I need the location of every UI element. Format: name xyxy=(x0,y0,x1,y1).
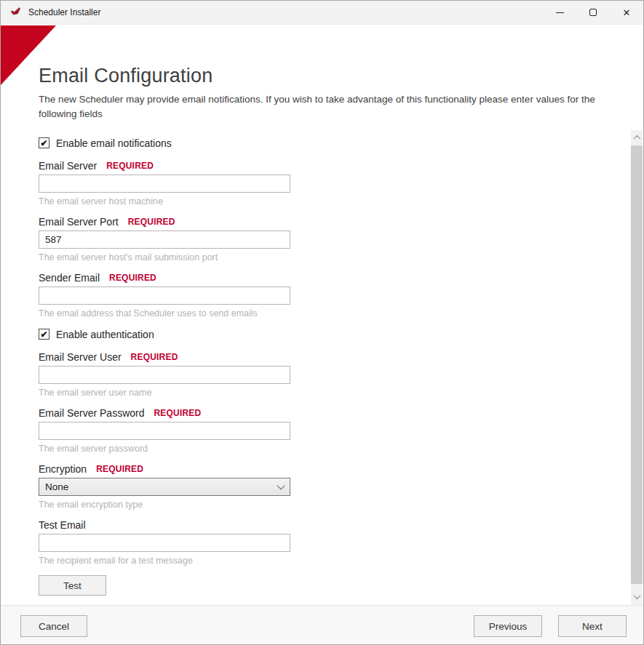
email-server-port-group: Email Server Port REQUIRED The email ser… xyxy=(39,215,631,263)
email-server-password-label: Email Server Password xyxy=(39,407,145,419)
sender-email-group: Sender Email REQUIRED The email address … xyxy=(39,271,631,319)
email-server-port-required-badge: REQUIRED xyxy=(128,217,175,227)
page-description: The new Scheduler may provide email noti… xyxy=(39,92,624,121)
enable-authentication-label: Enable authentication xyxy=(56,329,154,340)
installer-window: Scheduler Installer ✕ Email Configuratio… xyxy=(0,0,644,645)
email-server-user-input[interactable] xyxy=(39,366,290,384)
scroll-up-icon xyxy=(633,135,640,143)
scrollbar-thumb[interactable] xyxy=(631,145,643,584)
encryption-label: Encryption xyxy=(39,463,87,475)
previous-button[interactable]: Previous xyxy=(474,615,542,637)
email-server-user-help: The email server user name xyxy=(39,388,631,398)
minimize-button[interactable] xyxy=(543,1,576,24)
encryption-group: Encryption REQUIRED None The email encry… xyxy=(39,462,631,510)
enable-email-notifications-label: Enable email notifications xyxy=(56,137,172,149)
window-title: Scheduler Installer xyxy=(28,7,100,17)
maximize-icon xyxy=(589,9,597,16)
email-server-input[interactable] xyxy=(39,175,290,193)
sender-email-input[interactable] xyxy=(39,287,290,305)
chevron-down-icon xyxy=(277,481,285,489)
email-server-password-group: Email Server Password REQUIRED The email… xyxy=(39,406,631,454)
scroll-down-icon xyxy=(633,592,640,599)
email-server-user-group: Email Server User REQUIRED The email ser… xyxy=(39,350,631,398)
app-logo-icon xyxy=(9,7,22,19)
test-email-help: The recipient email for a test message xyxy=(39,556,631,566)
wizard-footer: Cancel Previous Next xyxy=(1,605,643,644)
encryption-required-badge: REQUIRED xyxy=(96,464,143,474)
close-icon: ✕ xyxy=(623,8,631,17)
sender-email-label: Sender Email xyxy=(39,272,100,284)
enable-authentication-checkbox-row: ✔ Enable authentication xyxy=(39,328,631,340)
maximize-button[interactable] xyxy=(576,1,610,24)
email-server-port-help: The email server host's mail submission … xyxy=(39,252,631,263)
cancel-button[interactable]: Cancel xyxy=(20,615,87,637)
email-server-port-label: Email Server Port xyxy=(39,216,119,228)
page-title: Email Configuration xyxy=(39,65,212,87)
scroll-down-button[interactable] xyxy=(631,588,643,605)
enable-email-notifications-checkbox[interactable]: ✔ xyxy=(39,137,49,148)
email-server-label: Email Server xyxy=(39,160,97,172)
test-email-input[interactable] xyxy=(39,534,290,552)
email-server-user-required-badge: REQUIRED xyxy=(131,352,178,362)
test-email-label: Test Email xyxy=(39,519,86,531)
vertical-scrollbar[interactable] xyxy=(631,130,643,605)
email-server-port-input[interactable] xyxy=(39,231,290,249)
sender-email-help: The email address that Scheduler uses to… xyxy=(39,308,631,319)
minimize-icon xyxy=(556,12,564,13)
encryption-help: The email encryption type xyxy=(39,500,631,510)
email-server-user-label: Email Server User xyxy=(39,351,122,363)
test-email-group: Test Email The recipient email for a tes… xyxy=(39,518,631,566)
email-server-required-badge: REQUIRED xyxy=(106,161,154,171)
window-controls: ✕ xyxy=(543,1,643,24)
email-server-help: The email server host machine xyxy=(39,196,631,207)
enable-authentication-checkbox[interactable]: ✔ xyxy=(39,329,49,340)
email-server-password-input[interactable] xyxy=(39,422,290,440)
test-button[interactable]: Test xyxy=(39,575,106,596)
next-button[interactable]: Next xyxy=(558,615,627,637)
email-server-group: Email Server REQUIRED The email server h… xyxy=(39,159,631,207)
close-button[interactable]: ✕ xyxy=(610,1,643,24)
encryption-select[interactable]: None xyxy=(39,478,290,496)
titlebar: Scheduler Installer ✕ xyxy=(1,1,643,25)
email-server-password-help: The email server password xyxy=(39,444,631,454)
sender-email-required-badge: REQUIRED xyxy=(109,273,156,283)
scroll-up-button[interactable] xyxy=(631,130,643,145)
form-scroll-area: ✔ Enable email notifications Email Serve… xyxy=(1,130,631,605)
form-content: ✔ Enable email notifications Email Serve… xyxy=(1,130,631,596)
encryption-selected-value: None xyxy=(45,481,277,492)
enable-email-notifications-checkbox-row: ✔ Enable email notifications xyxy=(39,137,631,149)
email-server-password-required-badge: REQUIRED xyxy=(154,408,202,418)
